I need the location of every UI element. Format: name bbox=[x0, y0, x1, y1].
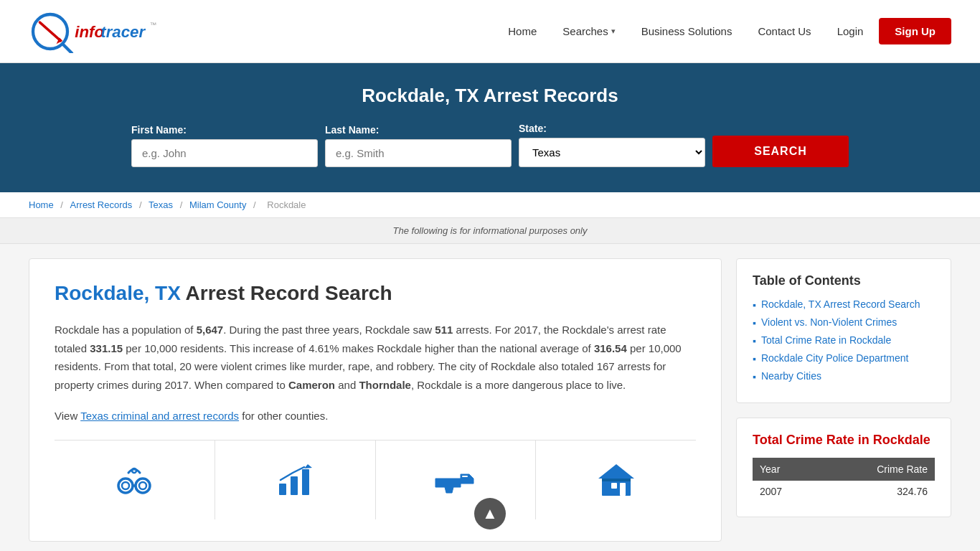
logo[interactable]: info tracer ™ bbox=[29, 10, 164, 53]
toc-item: Nearby Cities bbox=[753, 370, 935, 382]
sidebar: Table of Contents Rockdale, TX Arrest Re… bbox=[736, 258, 951, 542]
gun-icon-cell bbox=[376, 441, 537, 519]
state-select[interactable]: AlabamaAlaskaArizonaArkansasCaliforniaCo… bbox=[519, 138, 705, 167]
last-name-label: Last Name: bbox=[325, 124, 512, 136]
hero-title: Rockdale, TX Arrest Records bbox=[29, 85, 951, 107]
svg-rect-17 bbox=[462, 476, 468, 477]
page-title: Rockdale, TX Arrest Record Search bbox=[55, 281, 696, 306]
breadcrumb-texas[interactable]: Texas bbox=[149, 199, 173, 210]
state-group: State: AlabamaAlaskaArizonaArkansasCalif… bbox=[519, 123, 705, 167]
crime-rate-title: Total Crime Rate in Rockdale bbox=[753, 433, 935, 448]
house-icon bbox=[595, 458, 638, 501]
texas-records-link[interactable]: Texas criminal and arrest records bbox=[80, 410, 239, 422]
arrests-icon-cell bbox=[55, 441, 215, 519]
svg-text:tracer: tracer bbox=[100, 22, 146, 40]
svg-point-12 bbox=[132, 468, 136, 473]
title-city: Rockdale bbox=[55, 282, 144, 304]
main-nav: Home Searches ▾ Business Solutions Conta… bbox=[498, 18, 951, 44]
col-year: Year bbox=[753, 458, 819, 481]
search-button[interactable]: SEARCH bbox=[712, 136, 849, 167]
handcuffs-icon bbox=[113, 458, 156, 501]
svg-rect-20 bbox=[611, 483, 617, 489]
table-row: 2007324.76 bbox=[753, 481, 935, 502]
svg-point-7 bbox=[118, 479, 133, 493]
search-form: First Name: Last Name: State: AlabamaAla… bbox=[131, 123, 849, 167]
svg-rect-15 bbox=[302, 469, 309, 495]
stats-icons-row bbox=[55, 440, 696, 519]
first-name-input[interactable] bbox=[131, 139, 318, 167]
svg-marker-18 bbox=[598, 464, 634, 479]
title-state: , TX bbox=[144, 282, 186, 304]
crime-rate-table: Year Crime Rate 2007324.76 bbox=[753, 458, 935, 502]
breadcrumb-milam-county[interactable]: Milam County bbox=[189, 199, 246, 210]
login-button[interactable]: Login bbox=[827, 19, 874, 43]
nav-business[interactable]: Business Solutions bbox=[631, 19, 743, 43]
nav-home[interactable]: Home bbox=[498, 19, 547, 43]
svg-rect-22 bbox=[602, 479, 631, 481]
toc-box: Table of Contents Rockdale, TX Arrest Re… bbox=[736, 258, 951, 403]
toc-item: Rockdale City Police Department bbox=[753, 352, 935, 364]
site-header: info tracer ™ Home Searches ▾ Business S… bbox=[0, 0, 980, 63]
col-rate: Crime Rate bbox=[819, 458, 935, 481]
first-name-group: First Name: bbox=[131, 124, 318, 167]
toc-item: Violent vs. Non-Violent Crimes bbox=[753, 316, 935, 329]
title-suffix: Arrest Record Search bbox=[186, 282, 392, 304]
toc-item: Rockdale, TX Arrest Record Search bbox=[753, 298, 935, 311]
page-description: Rockdale has a population of 5,647. Duri… bbox=[55, 321, 696, 394]
house-icon-cell bbox=[536, 441, 696, 519]
state-label: State: bbox=[519, 123, 705, 134]
svg-marker-16 bbox=[304, 464, 312, 468]
chart-icon bbox=[273, 458, 316, 501]
svg-rect-14 bbox=[291, 476, 298, 495]
toc-item: Total Crime Rate in Rockdale bbox=[753, 334, 935, 347]
breadcrumb-arrest-records[interactable]: Arrest Records bbox=[70, 199, 133, 210]
svg-text:info: info bbox=[75, 22, 104, 40]
breadcrumb: Home / Arrest Records / Texas / Milam Co… bbox=[0, 192, 980, 218]
scroll-to-top-button[interactable]: ▲ bbox=[474, 498, 506, 529]
breadcrumb-home[interactable]: Home bbox=[29, 199, 54, 210]
last-name-input[interactable] bbox=[325, 139, 512, 167]
chevron-up-icon: ▲ bbox=[482, 506, 498, 522]
breadcrumb-current: Rockdale bbox=[267, 199, 306, 210]
nav-searches[interactable]: Searches ▾ bbox=[552, 19, 625, 43]
toc-title: Table of Contents bbox=[753, 273, 935, 288]
crime-rate-icon-cell bbox=[215, 441, 376, 519]
info-banner: The following is for informational purpo… bbox=[0, 218, 980, 244]
nav-contact[interactable]: Contact Us bbox=[748, 19, 821, 43]
content-area: Rockdale, TX Arrest Record Search Rockda… bbox=[29, 258, 722, 542]
svg-text:™: ™ bbox=[150, 21, 156, 29]
chevron-down-icon: ▾ bbox=[611, 27, 616, 36]
svg-line-2 bbox=[39, 22, 60, 41]
svg-rect-21 bbox=[620, 483, 626, 496]
svg-point-10 bbox=[122, 482, 129, 489]
hero-section: Rockdale, TX Arrest Records First Name: … bbox=[0, 63, 980, 192]
signup-button[interactable]: Sign Up bbox=[879, 18, 951, 44]
gun-icon bbox=[432, 458, 479, 501]
last-name-group: Last Name: bbox=[325, 124, 512, 167]
svg-line-1 bbox=[63, 44, 72, 52]
toc-list: Rockdale, TX Arrest Record SearchViolent… bbox=[753, 298, 935, 382]
svg-rect-13 bbox=[279, 484, 286, 495]
svg-point-8 bbox=[136, 479, 150, 493]
first-name-label: First Name: bbox=[131, 124, 318, 136]
crime-rate-box: Total Crime Rate in Rockdale Year Crime … bbox=[736, 418, 951, 517]
svg-point-11 bbox=[139, 482, 146, 489]
view-records-line: View Texas criminal and arrest records f… bbox=[55, 407, 696, 425]
